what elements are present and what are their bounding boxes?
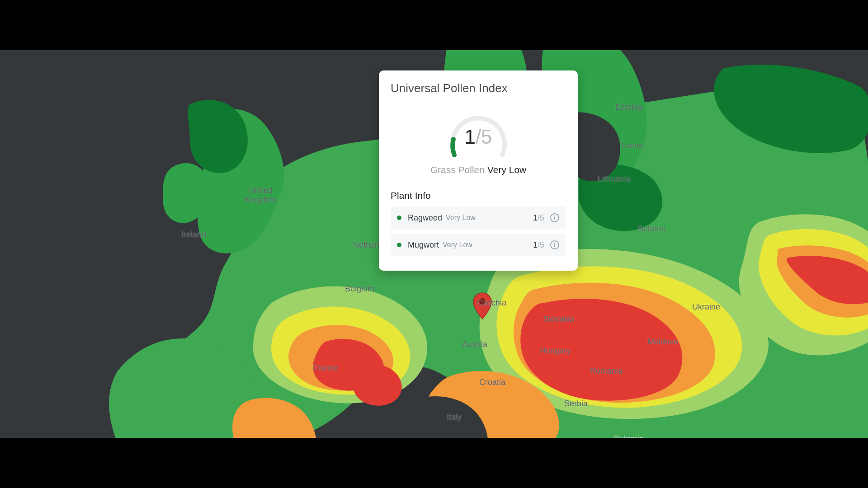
stage: Norway Finland Estonia Latvia Lithuania …: [0, 0, 868, 488]
gauge-caption: Grass PollenVery Low: [430, 164, 527, 175]
plant-score: 1/5: [533, 240, 544, 250]
info-icon[interactable]: [550, 213, 560, 223]
plant-row-mugwort[interactable]: Mugwort Very Low 1/5: [391, 234, 566, 256]
letterbox-top: [0, 0, 868, 50]
gauge-value-denom: /5: [476, 126, 492, 148]
pollen-heatmap[interactable]: Norway Finland Estonia Latvia Lithuania …: [0, 50, 868, 438]
plant-score-denom: /5: [538, 240, 544, 249]
svg-rect-6: [554, 244, 555, 247]
gauge-level-label: Very Low: [487, 164, 526, 175]
plant-score-value: 1: [533, 213, 538, 222]
svg-point-5: [554, 243, 556, 244]
plant-score-value: 1: [533, 240, 538, 249]
svg-point-2: [554, 216, 556, 217]
plant-info-title: Plant Info: [391, 190, 566, 201]
card-separator-2: [389, 182, 568, 182]
letterbox-bottom: [0, 438, 868, 488]
plant-name: Mugwort: [408, 240, 439, 250]
plant-row-ragweed[interactable]: Ragweed Very Low 1/5: [391, 206, 566, 229]
status-dot-icon: [397, 216, 401, 220]
status-dot-icon: [397, 243, 401, 247]
info-icon[interactable]: [550, 240, 560, 250]
svg-rect-3: [554, 217, 555, 220]
gauge-value-number: 1: [464, 126, 475, 148]
gauge-type-label: Grass Pollen: [430, 164, 485, 175]
plant-level: Very Low: [443, 241, 472, 249]
gauge-section: 1/5 Grass PollenVery Low: [391, 102, 566, 182]
plant-level: Very Low: [446, 214, 476, 222]
pollen-gauge: 1/5: [444, 112, 512, 162]
plant-score: 1/5: [533, 213, 544, 223]
pollen-index-card: Universal Pollen Index 1/5 Grass PollenV…: [379, 70, 578, 271]
plant-name: Ragweed: [408, 213, 442, 223]
plant-score-denom: /5: [538, 213, 544, 222]
card-title: Universal Pollen Index: [391, 81, 566, 95]
gauge-value: 1/5: [444, 126, 512, 148]
